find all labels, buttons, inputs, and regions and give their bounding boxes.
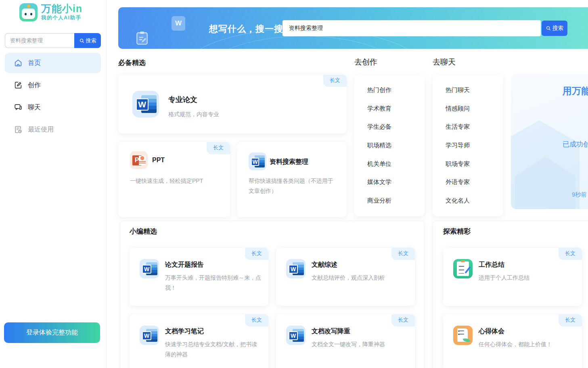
card-desc: 文献总结评价，观点深入剖析 (312, 273, 408, 283)
chat-panel: 热门聊天 情感顾问 生活专家 学习导师 职场专家 外语专家 文化名人 (433, 75, 503, 216)
chat-item[interactable]: 职场专家 (446, 160, 503, 168)
chat-item[interactable]: 文化名人 (446, 197, 503, 205)
card-desc: 任何心得体会，都能上价值！ (479, 339, 575, 349)
word-icon: W (140, 259, 159, 278)
ppt-icon: P (130, 151, 148, 169)
word-icon: W (140, 326, 159, 345)
long-text-badge: 长文 (245, 248, 268, 260)
chat-item[interactable]: 热门聊天 (446, 86, 503, 94)
explore-section: 探索精彩 长文 工作总结 适用于个人工作总结 长文 心得体会 任何心得体会，都能… (433, 221, 588, 368)
create-item[interactable]: 热门创作 (367, 86, 425, 94)
app-title: 万能小in (41, 3, 82, 14)
banner-search-input[interactable] (282, 20, 541, 36)
app-logo[interactable]: 万能小in 我的个人AI助手 (19, 3, 82, 21)
sidebar-search: 搜索 (5, 33, 101, 48)
app-root: 万能小in 我的个人AI助手 搜索 首页 创作 聊天 (0, 0, 588, 368)
create-heading[interactable]: 去创作 (354, 57, 377, 67)
search-icon (546, 25, 551, 31)
banner-prompt: 想写什么，搜一搜 (209, 23, 283, 35)
card-title: 心得体会 (479, 327, 504, 336)
card-desc: 适用于个人工作总结 (479, 273, 575, 283)
promo-time: 9秒前 (572, 191, 587, 199)
chat-heading[interactable]: 去聊天 (433, 57, 456, 67)
promo-status: 已成功创 (563, 140, 588, 149)
card-ppt[interactable]: 长文 P PPT 一键快速生成，轻松搞定PPT (118, 142, 230, 217)
card-title: 论文开题报告 (165, 261, 204, 269)
edit-icon (14, 81, 23, 90)
create-item[interactable]: 机关单位 (367, 160, 425, 168)
sidebar-item-home[interactable]: 首页 (5, 53, 101, 73)
hero-banner: W 想写什么，搜一搜 搜索 (118, 7, 588, 49)
chat-item[interactable]: 情感顾问 (446, 105, 503, 113)
card-rewrite-dedup[interactable]: 长文 W 文档改写降重 文档全文一键改写，降重神器 (276, 314, 415, 368)
long-text-badge: 长文 (245, 314, 268, 326)
word-icon: W (286, 259, 306, 278)
card-professional-paper[interactable]: 长文 W 专业论文 格式规范，内容专业 (118, 75, 347, 134)
card-desc: 文档全文一键改写，降重神器 (312, 339, 408, 349)
card-title: PPT (152, 157, 165, 164)
promo-card[interactable]: 用万能 已成功创 9秒前 (511, 74, 588, 209)
create-item[interactable]: 商业分析 (367, 197, 425, 205)
word-doc-icon: W (172, 16, 185, 31)
card-research-search[interactable]: W 资料搜索整理 帮你快速搞懂各类问题（不适用于文章创作） (237, 142, 347, 217)
card-work-summary[interactable]: 长文 工作总结 适用于个人工作总结 (443, 248, 582, 306)
long-text-badge: 长文 (323, 75, 347, 87)
worklog-icon (453, 259, 473, 278)
card-desc: 格式规范，内容专业 (168, 109, 219, 119)
card-literature-review[interactable]: 长文 W 文献综述 文献总结评价，观点深入剖析 (276, 248, 415, 306)
create-item[interactable]: 媒体文学 (367, 178, 425, 186)
chat-item[interactable]: 外语专家 (446, 178, 503, 186)
explore-heading: 探索精彩 (443, 227, 471, 236)
card-desc: 一键快速生成，轻松搞定PPT (130, 176, 222, 186)
sidebar-item-create[interactable]: 创作 (5, 75, 101, 95)
home-icon (14, 59, 23, 67)
card-thesis-proposal[interactable]: 长文 W 论文开题报告 万事开头难，开题报告特别难～来，点我！ (130, 248, 268, 306)
robot-logo-icon (19, 3, 38, 21)
sidebar-item-recent[interactable]: 最近使用 (5, 119, 101, 140)
recent-icon (14, 125, 23, 134)
word-icon: W (132, 91, 159, 117)
chat-item[interactable]: 学习导师 (446, 142, 503, 149)
create-panel: 热门创作 学术教育 学生必备 职场精选 机关单位 媒体文学 商业分析 (354, 75, 425, 216)
card-title: 文档学习笔记 (165, 327, 204, 336)
create-item[interactable]: 学生必备 (367, 123, 425, 131)
editors-section: 小编精选 长文 W 论文开题报告 万事开头难，开题报告特别难～来，点我！ 长文 … (120, 221, 425, 368)
word-icon: W (286, 326, 306, 345)
sidebar-search-input[interactable] (5, 33, 74, 48)
card-desc: 快速学习总结专业文档/文献，把书读薄的神器 (165, 339, 262, 360)
banner-search-button[interactable]: 搜索 (542, 21, 567, 36)
word-icon: W (249, 153, 266, 170)
long-text-badge: 长文 (391, 314, 415, 326)
sidebar-item-chat[interactable]: 聊天 (5, 97, 101, 117)
banner-search: 搜索 (282, 20, 567, 36)
card-desc: 帮你快速搞懂各类问题（不适用于文章创作） (249, 176, 338, 196)
card-title: 工作总结 (479, 261, 504, 269)
card-title: 文献综述 (312, 261, 337, 269)
search-icon (79, 38, 85, 44)
login-button[interactable]: 登录体验完整功能 (4, 322, 100, 343)
sidebar-nav: 首页 创作 聊天 最近使用 (5, 53, 101, 140)
essentials-heading: 必备精选 (118, 58, 146, 67)
long-text-badge: 长文 (391, 248, 415, 260)
card-study-notes[interactable]: 长文 W 文档学习笔记 快速学习总结专业文档/文献，把书读薄的神器 (130, 314, 268, 368)
long-text-badge: 长文 (207, 142, 230, 154)
card-desc: 万事开头难，开题报告特别难～来，点我！ (165, 273, 262, 293)
card-title: 文档改写降重 (312, 327, 350, 336)
sidebar: 万能小in 我的个人AI助手 搜索 首页 创作 聊天 (0, 0, 107, 368)
long-text-badge: 长文 (559, 248, 582, 260)
long-text-badge: 长文 (559, 314, 582, 326)
app-subtitle: 我的个人AI助手 (41, 15, 82, 21)
chat-icon (14, 103, 23, 112)
insight-icon (453, 326, 473, 345)
card-title: 专业论文 (168, 95, 197, 105)
create-item[interactable]: 学术教育 (367, 105, 425, 113)
chat-item[interactable]: 生活专家 (446, 123, 503, 131)
sidebar-search-button[interactable]: 搜索 (74, 33, 101, 48)
clipboard-icon (135, 30, 149, 46)
create-item[interactable]: 职场精选 (367, 142, 425, 149)
card-insight-reflection[interactable]: 长文 心得体会 任何心得体会，都能上价值！ (443, 314, 582, 368)
card-title: 资料搜索整理 (270, 158, 308, 166)
promo-title: 用万能 (563, 85, 588, 97)
editors-heading: 小编精选 (130, 227, 157, 236)
